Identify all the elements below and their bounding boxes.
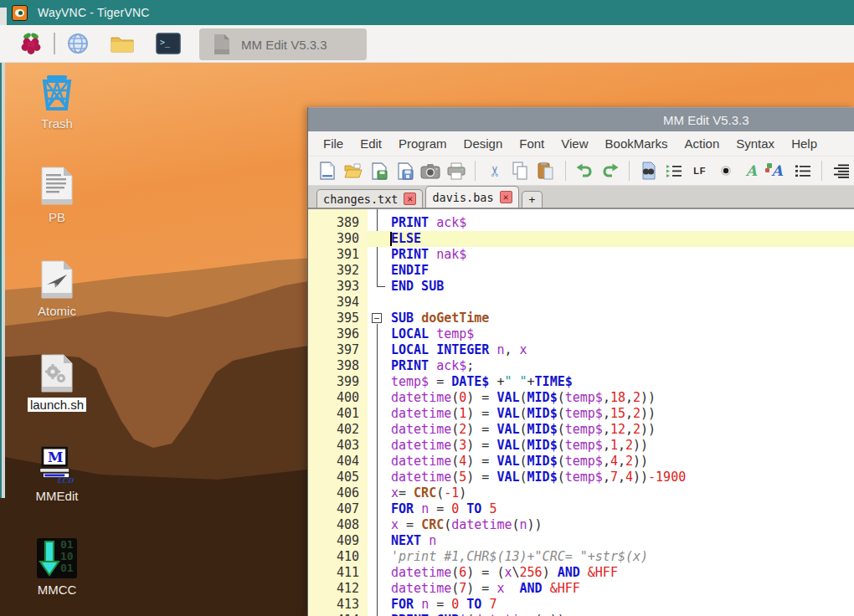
desktop-icon-label: PB (49, 210, 65, 224)
mmedit-window: MM Edit V5.3.3 FileEditProgramDesignFont… (307, 107, 854, 616)
menu-program[interactable]: Program (390, 131, 455, 156)
bullet-list-button[interactable] (792, 160, 813, 182)
undo-button[interactable] (574, 160, 595, 182)
file-manager-folder-icon[interactable] (111, 34, 134, 53)
pb-document-icon[interactable] (37, 166, 77, 206)
code-line: END SUB (391, 279, 854, 295)
code-line: 'print #1,CHR$(13)+"CRC= "+str$(x) (391, 549, 854, 565)
code-line (391, 295, 854, 311)
fold-mark[interactable] (377, 286, 385, 287)
syntax-colors-button[interactable]: A (767, 160, 788, 182)
vnc-window-titlebar[interactable]: WayVNC - TigerVNC (0, 0, 854, 25)
find-button[interactable] (638, 160, 659, 182)
menu-bar: FileEditProgramDesignFontViewBookMarksAc… (308, 131, 854, 156)
tab-close-icon[interactable]: ✕ (404, 192, 416, 205)
window-title: MM Edit V5.3.3 (663, 108, 749, 132)
terminal-icon[interactable]: >_ (156, 33, 181, 54)
save-file-button[interactable] (368, 160, 389, 182)
font-style-button[interactable]: A (741, 160, 762, 182)
tab-close-icon[interactable]: ✕ (500, 191, 512, 203)
svg-text:LCD: LCD (57, 476, 74, 485)
line-number: 395 (308, 311, 359, 326)
paste-button[interactable] (536, 160, 557, 182)
line-number: 407 (308, 501, 359, 517)
document-icon (213, 33, 231, 55)
code-line: datetime(3) = VAL(MID$(temp$,1,2)) (391, 438, 854, 454)
window-titlebar[interactable]: MM Edit V5.3.3 (308, 107, 854, 131)
screenshot-button[interactable] (420, 160, 441, 182)
line-number: 414 (308, 613, 359, 616)
code-line: ELSE (391, 231, 854, 247)
fold-mark[interactable] (377, 209, 378, 287)
menu-font[interactable]: Font (511, 131, 553, 156)
copy-button[interactable] (510, 160, 531, 182)
text-cursor (390, 232, 392, 246)
raspberry-menu-icon[interactable] (20, 32, 42, 55)
code-line: LOCAL INTEGER n, x (391, 342, 854, 358)
tab-bar: changes.txt✕davis.bas✕+ (308, 186, 854, 209)
trash-icon[interactable] (37, 72, 77, 112)
new-file-button[interactable] (317, 160, 338, 182)
toolbar: ✂LFAA (308, 156, 854, 186)
fold-mark[interactable] (377, 324, 378, 616)
fold-mark[interactable] (372, 313, 382, 323)
fold-margin[interactable] (368, 209, 391, 616)
svg-text:>_: >_ (160, 38, 171, 48)
mmcc-app-icon[interactable]: 011001 (37, 538, 77, 578)
line-number: 397 (308, 342, 359, 358)
browser-globe-icon[interactable] (67, 33, 89, 54)
taskbar: >_ MM Edit V5.3.3 (0, 25, 854, 63)
screen-corner-notch (0, 0, 7, 25)
line-number-gutter: 3893903913923933943953963973983994004014… (308, 209, 368, 616)
record-macro-button[interactable] (715, 160, 736, 182)
tab-davis-bas[interactable]: davis.bas✕ (425, 186, 518, 208)
line-number: 391 (308, 247, 359, 263)
line-number: 396 (308, 326, 359, 342)
cut-button[interactable]: ✂ (484, 160, 505, 182)
launch-script-icon[interactable] (37, 353, 77, 393)
menu-view[interactable]: View (553, 131, 596, 156)
desktop-icon-mmcc[interactable]: 011001MMCC (17, 538, 97, 597)
line-number: 409 (308, 533, 359, 549)
desktop-icon-trash[interactable]: Trash (17, 72, 97, 131)
atomic-icon[interactable] (37, 259, 77, 300)
menu-help[interactable]: Help (783, 131, 826, 156)
vnc-window-title: WayVNC - TigerVNC (38, 6, 150, 19)
svg-text:10: 10 (60, 550, 74, 562)
desktop-icon-atomic[interactable]: Atomic (17, 259, 97, 318)
mmedit-app-icon[interactable]: MLCD (37, 444, 77, 485)
line-number: 394 (308, 295, 359, 311)
menu-file[interactable]: File (315, 131, 352, 156)
code-line: PRINT ack$ (391, 215, 854, 231)
desktop-icon-mmedit[interactable]: MLCDMMEdit (17, 444, 97, 503)
desktop-icon-label: MMCC (38, 583, 77, 597)
toolbar-separator (565, 161, 566, 181)
line-ending-lf-button[interactable]: LF (690, 160, 711, 182)
save-as-button[interactable] (394, 160, 415, 182)
menu-syntax[interactable]: Syntax (728, 131, 783, 156)
code-line: x= CRC(-1) (391, 485, 854, 501)
menu-edit[interactable]: Edit (352, 131, 390, 156)
code-line: datetime(2) = VAL(MID$(temp$,12,2)) (391, 422, 854, 438)
line-number: 398 (308, 358, 359, 374)
print-button[interactable] (446, 160, 467, 182)
line-number: 393 (308, 279, 359, 295)
menu-action[interactable]: Action (677, 131, 728, 156)
desktop-icon-label: launch.sh (28, 398, 86, 412)
desktop-icon-pb[interactable]: PB (17, 166, 97, 224)
desktop-icon-launch-sh[interactable]: launch.sh (17, 353, 97, 412)
code-line: datetime(1) = VAL(MID$(temp$,15,2)) (391, 406, 854, 422)
new-tab-button[interactable]: + (522, 191, 543, 208)
tab-changes-txt[interactable]: changes.txt✕ (316, 189, 423, 208)
open-file-button[interactable] (343, 160, 364, 182)
code-editor[interactable]: 3893903913923933943953963973983994004014… (308, 209, 854, 616)
svg-text:01: 01 (60, 562, 74, 574)
tigervnc-icon (12, 5, 28, 21)
menu-bookmarks[interactable]: BookMarks (597, 131, 677, 156)
code-line: datetime(5) = VAL(MID$(temp$,7,4))-1900 (391, 470, 854, 485)
align-right-button[interactable] (831, 160, 851, 182)
redo-button[interactable] (599, 160, 620, 182)
menu-design[interactable]: Design (455, 131, 512, 156)
numbered-list-button[interactable] (664, 160, 685, 182)
taskbar-app-button[interactable]: MM Edit V5.3.3 (199, 28, 367, 60)
